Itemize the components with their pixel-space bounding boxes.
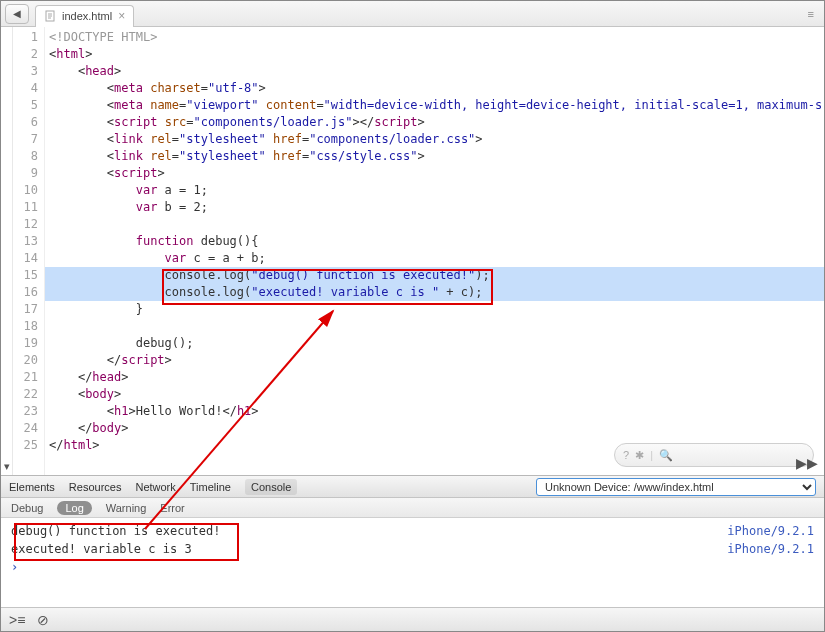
editor-left-gutter: ▾	[1, 27, 13, 475]
help-icon[interactable]: ?	[623, 449, 629, 461]
devtab-console[interactable]: Console	[245, 479, 297, 495]
console-filter-bar: Debug Log Warning Error	[1, 498, 824, 518]
clear-icon[interactable]: ⊘	[37, 612, 49, 628]
scroll-right-icon[interactable]: ▶▶	[796, 455, 818, 471]
filter-warning[interactable]: Warning	[106, 502, 147, 514]
tab-filename: index.html	[62, 10, 112, 22]
close-icon[interactable]: ×	[118, 9, 125, 23]
filter-log[interactable]: Log	[57, 501, 91, 515]
code-content[interactable]: <!DOCTYPE HTML><html> <head> <meta chars…	[45, 27, 824, 475]
console-row: debug() function is executed! iPhone/9.2…	[11, 522, 814, 540]
line-numbers: 1234567891011121314151617181920212223242…	[13, 27, 45, 475]
device-select[interactable]: Unknown Device: /www/index.html	[536, 478, 816, 496]
nav-back-button[interactable]: ◀	[5, 4, 29, 24]
editor-tab[interactable]: index.html ×	[35, 5, 134, 27]
filter-error[interactable]: Error	[160, 502, 184, 514]
editor-area: ▾ 12345678910111213141516171819202122232…	[1, 27, 824, 475]
console-message: executed! variable c is 3	[11, 542, 192, 556]
console-row: executed! variable c is 3 iPhone/9.2.1	[11, 540, 814, 558]
devtools-panel: Elements Resources Network Timeline Cons…	[1, 475, 824, 578]
top-toolbar: ◀ index.html × ≡	[1, 1, 824, 27]
console-message: debug() function is executed!	[11, 524, 221, 538]
console-source[interactable]: iPhone/9.2.1	[727, 542, 814, 556]
toolbar-right: ≡	[808, 8, 820, 20]
filter-debug[interactable]: Debug	[11, 502, 43, 514]
devtab-resources[interactable]: Resources	[69, 481, 122, 493]
editor-search[interactable]: ? ✱ | 🔍	[614, 443, 814, 467]
menu-icon[interactable]: ≡	[808, 8, 814, 20]
search-icon: 🔍	[659, 449, 673, 462]
status-bar: >≡ ⊘	[1, 607, 824, 631]
devtab-elements[interactable]: Elements	[9, 481, 55, 493]
devtools-tabs: Elements Resources Network Timeline Cons…	[1, 476, 824, 498]
code-editor[interactable]: 1234567891011121314151617181920212223242…	[13, 27, 824, 475]
toggle-console-icon[interactable]: >≡	[9, 612, 25, 628]
gear-icon[interactable]: ✱	[635, 449, 644, 462]
devtab-network[interactable]: Network	[135, 481, 175, 493]
devtab-timeline[interactable]: Timeline	[190, 481, 231, 493]
console-prompt[interactable]: ›	[11, 560, 814, 574]
device-selector[interactable]: Unknown Device: /www/index.html	[536, 478, 816, 496]
console-output: debug() function is executed! iPhone/9.2…	[1, 518, 824, 578]
expand-icon[interactable]: ▾	[4, 460, 10, 473]
console-source[interactable]: iPhone/9.2.1	[727, 524, 814, 538]
file-icon	[44, 10, 56, 22]
